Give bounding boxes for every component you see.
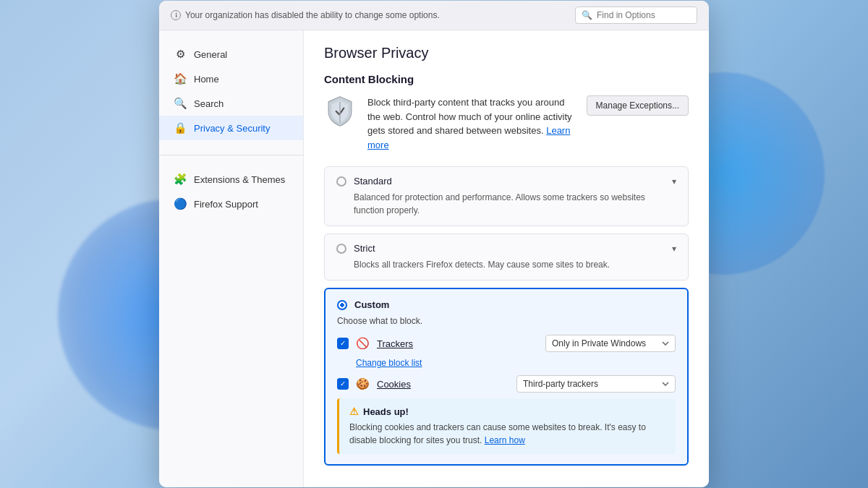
heads-up-notice: ⚠ Heads up! Blocking cookies and tracker… — [337, 398, 676, 454]
page-title: Browser Privacy — [324, 45, 689, 61]
standard-description: Balanced for protection and performance.… — [354, 191, 676, 217]
standard-radio-title: Standard — [354, 176, 392, 187]
standard-option[interactable]: Standard ▾ Balanced for protection and p… — [324, 166, 689, 226]
content-blocking-row: Block third-party content that tracks yo… — [324, 95, 689, 152]
shield-icon — [324, 95, 356, 127]
sidebar-item-label-search: Search — [194, 98, 224, 109]
standard-radio-label-row: Standard — [336, 176, 392, 187]
find-options-input-wrap[interactable]: 🔍 — [575, 7, 697, 24]
strict-description: Blocks all trackers Firefox detects. May… — [354, 258, 676, 271]
content-area: Browser Privacy Content Blocking Block t… — [304, 30, 709, 487]
heads-up-text: Blocking cookies and trackers can cause … — [349, 421, 665, 447]
sidebar: ⚙ General 🏠 Home 🔍 Search 🔒 Privacy & Se… — [159, 30, 304, 487]
cookies-label: Cookies — [377, 379, 509, 390]
trackers-label: Trackers — [377, 338, 538, 349]
main-layout: ⚙ General 🏠 Home 🔍 Search 🔒 Privacy & Se… — [159, 30, 709, 487]
trackers-row: ✓ 🚫 Trackers Only in Private Windows Alw… — [337, 335, 676, 352]
checkmark-icon: ✓ — [340, 340, 346, 347]
standard-option-header: Standard ▾ — [336, 176, 676, 187]
trackers-select[interactable]: Only in Private Windows Always Never — [545, 335, 676, 352]
home-icon: 🏠 — [174, 72, 187, 85]
custom-radio-title: Custom — [354, 299, 389, 310]
search-icon: 🔍 — [582, 10, 592, 20]
general-icon: ⚙ — [174, 48, 187, 61]
trackers-checkbox[interactable]: ✓ — [337, 338, 349, 349]
extensions-icon: 🧩 — [174, 173, 187, 186]
sidebar-item-general[interactable]: ⚙ General — [159, 42, 303, 67]
privacy-icon: 🔒 — [174, 121, 187, 134]
change-block-list-link[interactable]: Change block list — [356, 358, 676, 368]
sidebar-item-search[interactable]: 🔍 Search — [159, 91, 303, 116]
browser-window: ℹ Your organization has disabled the abi… — [159, 1, 709, 487]
strict-option[interactable]: Strict ▾ Blocks all trackers Firefox det… — [324, 234, 689, 281]
sidebar-item-support[interactable]: 🔵 Firefox Support — [159, 192, 303, 216]
sidebar-item-label-support: Firefox Support — [194, 199, 258, 210]
cookies-select[interactable]: Third-party trackers All third-party coo… — [516, 375, 676, 393]
cookies-checkbox[interactable]: ✓ — [337, 378, 349, 390]
section-title-content-blocking: Content Blocking — [324, 73, 689, 85]
custom-header: Custom — [337, 299, 676, 310]
checkmark-cookies-icon: ✓ — [340, 380, 346, 388]
sidebar-item-label-extensions: Extensions & Themes — [194, 174, 285, 185]
cookies-icon: 🍪 — [356, 377, 370, 390]
trackers-icon: 🚫 — [356, 337, 370, 350]
sidebar-item-extensions[interactable]: 🧩 Extensions & Themes — [159, 167, 303, 192]
custom-radio[interactable] — [337, 300, 347, 310]
find-options-input[interactable] — [597, 10, 691, 20]
warning-icon: ⚠ — [349, 406, 359, 417]
blocking-text: Block third-party content that tracks yo… — [367, 95, 575, 152]
strict-radio-label-row: Strict — [336, 243, 375, 254]
strict-chevron-icon: ▾ — [672, 244, 676, 254]
support-icon: 🔵 — [174, 197, 187, 210]
sidebar-item-label-privacy: Privacy & Security — [194, 123, 270, 134]
sidebar-item-label-general: General — [194, 49, 227, 60]
heads-up-title: ⚠ Heads up! — [349, 406, 665, 417]
info-icon: ℹ — [171, 10, 181, 20]
custom-option[interactable]: Custom Choose what to block. ✓ 🚫 Tracker… — [324, 288, 689, 466]
org-notice-text: Your organization has disabled the abili… — [185, 10, 440, 20]
org-notice: ℹ Your organization has disabled the abi… — [171, 10, 440, 20]
standard-radio[interactable] — [336, 176, 346, 187]
custom-description: Choose what to block. — [337, 316, 676, 326]
manage-exceptions-button[interactable]: Manage Exceptions... — [587, 95, 689, 116]
sidebar-item-label-home: Home — [194, 74, 219, 85]
standard-chevron-icon: ▾ — [672, 176, 676, 187]
cookies-row: ✓ 🍪 Cookies Third-party trackers All thi… — [337, 375, 676, 393]
strict-radio-title: Strict — [354, 243, 375, 254]
sidebar-bottom: 🧩 Extensions & Themes 🔵 Firefox Support — [159, 155, 303, 216]
search-nav-icon: 🔍 — [174, 97, 187, 110]
learn-how-link[interactable]: Learn how — [485, 435, 525, 445]
top-bar: ℹ Your organization has disabled the abi… — [159, 1, 709, 30]
strict-radio[interactable] — [336, 244, 346, 254]
blocking-description: Block third-party content that tracks yo… — [367, 97, 572, 136]
sidebar-item-privacy[interactable]: 🔒 Privacy & Security — [159, 116, 303, 140]
heads-up-title-text: Heads up! — [363, 406, 409, 417]
sidebar-item-home[interactable]: 🏠 Home — [159, 67, 303, 91]
shield-icon-wrap — [324, 95, 356, 127]
strict-option-header: Strict ▾ — [336, 243, 676, 254]
